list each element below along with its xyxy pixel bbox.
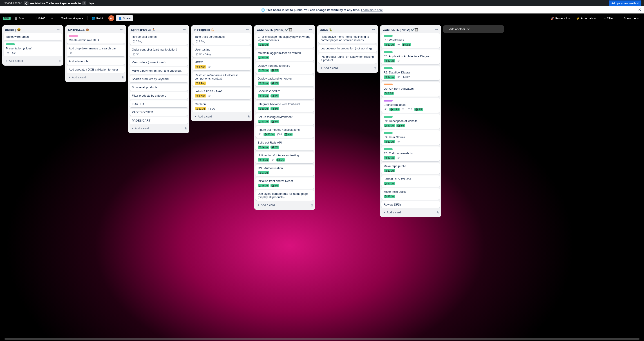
card[interactable]: Initialise front end w/ React 28 Jul 2/2 — [256, 177, 314, 189]
list-title[interactable]: COMPLETE (Part A) ✔️🔲 — [383, 28, 434, 31]
filter-button[interactable]: ≡ Filter — [602, 15, 616, 21]
list-title[interactable]: BUGS 🐛 — [320, 28, 371, 31]
divider — [600, 16, 600, 20]
card[interactable]: Browse all products — [130, 84, 188, 91]
card-template-button[interactable]: ⎘ — [373, 65, 376, 71]
list-title[interactable]: Sprint (Part B) 🏃🏻 — [131, 28, 182, 31]
card[interactable]: Error message not displaying with wrong … — [256, 33, 314, 48]
list-title[interactable]: In Progress 💪🏻 — [194, 28, 245, 31]
card[interactable]: Tablet wireframes — [4, 33, 62, 40]
card[interactable]: Filter products by category — [130, 92, 188, 99]
add-card-button[interactable]: +Add a card — [130, 125, 182, 131]
board-title[interactable]: T3A2 — [34, 16, 47, 20]
dots-icon: ⋯ — [620, 17, 622, 20]
card[interactable]: R3: Application Architecture Diagram 17 … — [381, 49, 440, 64]
add-card-button[interactable]: +Add a card — [256, 202, 308, 208]
card[interactable]: Build out Rails API 24 Jul 2/2 — [256, 139, 314, 150]
share-button[interactable]: 👤 Share — [116, 15, 133, 21]
card-template-button[interactable]: ⎘ — [121, 75, 124, 80]
card-template-button[interactable]: ⎘ — [184, 126, 188, 131]
list-title[interactable]: SPRINKLES 🍩 — [68, 28, 119, 31]
list-menu-button[interactable]: ⋯ — [308, 27, 313, 32]
card[interactable]: Set up testing environment 23 Jul 4/4 — [256, 113, 314, 125]
card[interactable]: JWT Authentication 27 Jul — [256, 165, 314, 176]
list-menu-button[interactable]: ⋯ — [56, 27, 61, 32]
card[interactable]: Deploy frontend to netlify 30 Jul 2/2 — [256, 62, 314, 74]
list-menu-button[interactable]: ⋯ — [371, 27, 376, 32]
close-icon[interactable]: ✕ — [638, 7, 641, 12]
card[interactable]: Maintain loggedInUser on refresh 30 Jul — [256, 49, 314, 61]
card[interactable]: Make trello public 17 Jul — [381, 188, 440, 200]
horizontal-scrollbar[interactable] — [4, 338, 640, 340]
card[interactable]: Use styled components for home page (dis… — [256, 190, 314, 201]
card[interactable]: Create admin role DFD — [66, 33, 125, 43]
card-template-button[interactable]: ⎘ — [247, 114, 250, 119]
card[interactable]: Add agegate / DOB validation for user — [66, 66, 125, 73]
card[interactable]: Responsive menu items not linking to cor… — [318, 33, 377, 43]
visibility-button[interactable]: 🌐 Public — [89, 15, 106, 21]
add-card-button[interactable]: +Add a card — [382, 209, 434, 215]
expand-sidebar-label[interactable]: Expand sidebar — [3, 1, 21, 5]
card-title: Presentation (slides) — [6, 47, 32, 50]
avatar[interactable]: AI — [108, 15, 114, 21]
card[interactable]: Logout error in production (not working) — [318, 45, 377, 52]
card[interactable]: Brainstorm ideas 1 Jul 6 4/4 — [381, 98, 440, 113]
workspace-button[interactable]: Trello workspace — [59, 15, 86, 21]
card[interactable]: Search products by keyword — [130, 75, 188, 82]
card[interactable]: Make a payment (stripe) and checkout — [130, 67, 188, 74]
list-menu-button[interactable]: ⋯ — [182, 27, 187, 32]
card[interactable]: redo HEADER / NAV 1 Aug — [192, 88, 251, 99]
automation-button[interactable]: ⚡ Automation — [574, 15, 598, 21]
add-card-button[interactable]: +Add a card — [67, 74, 120, 80]
card[interactable]: Presentation (slides) 5 Aug — [4, 41, 62, 56]
card[interactable]: R4: User Stories 17 Jul — [381, 130, 440, 145]
card-template-button[interactable]: ⎘ — [310, 202, 314, 208]
board-scroll[interactable]: Backlog 🤓 ⋯Tablet wireframesPresentation… — [0, 23, 644, 341]
card[interactable]: Revise user stories 6 Aug — [130, 33, 188, 45]
list-menu-button[interactable]: ⋯ — [245, 27, 250, 32]
list-menu-button[interactable]: ⋯ — [119, 27, 124, 32]
add-card-button[interactable]: +Add a card — [319, 65, 372, 71]
card[interactable]: CartIcon 31 Jul 0/2 — [192, 101, 251, 112]
card[interactable]: Deploy backend to heroku 30 Jul 1/1 — [256, 75, 314, 86]
add-card-button[interactable]: +Add a card — [4, 58, 57, 64]
card[interactable]: PAGES/ORDER — [130, 109, 188, 116]
star-button[interactable]: ☆ — [49, 15, 55, 21]
card[interactable]: Order controller (cart manipulation) 0/3 — [130, 46, 188, 57]
card[interactable]: Unit testing & integration testing 26 Ju… — [256, 152, 314, 163]
card[interactable]: R6: Trello screenshots 17 Jul — [381, 146, 440, 161]
card[interactable]: Restructure/separate all folders in comp… — [192, 72, 251, 86]
card[interactable]: Review DFDs — [381, 201, 440, 208]
add-card-button[interactable]: +Add a card — [193, 113, 246, 119]
card[interactable]: R2: Dataflow Diagram 17 Jul 0/2 — [381, 66, 440, 80]
card[interactable]: "No product found" on load when clicking… — [318, 53, 377, 63]
add-payment-button[interactable]: Add payment method — [609, 0, 641, 6]
card-template-button[interactable]: ⎘ — [58, 58, 62, 63]
card[interactable]: R1: Description of website 17 Jul 4/4 — [381, 114, 440, 129]
card[interactable]: Format README.md 17 Jul — [381, 175, 440, 187]
card[interactable]: Add admin role — [66, 58, 125, 65]
card[interactable]: View orders (current user) — [130, 59, 188, 66]
show-menu-button[interactable]: ⋯ Show menu — [617, 15, 641, 21]
card[interactable]: User testing 2/3 • 2 Aug — [192, 46, 251, 57]
card[interactable]: HERO 1 Aug — [192, 59, 251, 70]
list-title[interactable]: COMPLETE (Part B) ✔️🔲 — [257, 28, 308, 31]
list-title[interactable]: Backlog 🤓 — [5, 28, 56, 31]
learn-more-link[interactable]: Learn more here — [361, 8, 383, 12]
card[interactable]: Add drop down menus to search bar — [66, 45, 125, 56]
card-template-button[interactable]: ⎘ — [436, 210, 440, 215]
board-view-switcher[interactable]: ▦ Board ⌄ — [12, 15, 32, 21]
card[interactable]: LOGIN/LOGOUT 30 Jul 3/3 — [256, 88, 314, 99]
card[interactable]: R5: Wireframes 17 Jul 2/2 — [381, 33, 440, 48]
card[interactable]: FOOTER — [130, 100, 188, 107]
card[interactable]: PAGES/CART — [130, 117, 188, 124]
card[interactable]: Figure out models / associations 25 Jul … — [256, 126, 314, 138]
card[interactable]: Integrate backend with front-end 30 Jul … — [256, 101, 314, 112]
sidebar-toggle-chip[interactable]: ❮ — [24, 1, 28, 5]
add-list-button[interactable]: +Add another list — [443, 25, 504, 33]
list-menu-button[interactable]: ⋯ — [434, 27, 439, 32]
powerups-button[interactable]: 🚀 Power-Ups — [548, 15, 572, 21]
card[interactable]: Take trello screenshots 7 Aug — [192, 33, 251, 45]
card[interactable]: Get OK from educators 2 Jul — [381, 82, 440, 97]
card[interactable]: Make repo public 17 Jul — [381, 163, 440, 174]
